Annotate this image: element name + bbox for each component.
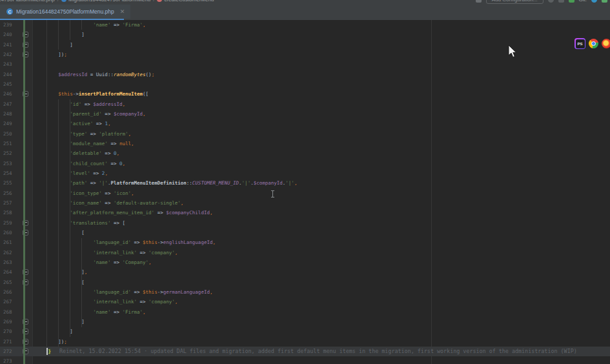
- chrome-icon[interactable]: [589, 39, 598, 48]
- code-line-260[interactable]: 260 [: [0, 228, 610, 238]
- line-number: 262: [0, 248, 19, 258]
- code-text: 'icon_type' => 'icon',: [32, 188, 134, 198]
- code-line-272[interactable]: 272 }Reinelt, 15.02.2022 15:54 · updated…: [0, 347, 610, 356]
- main-menu-icon[interactable]: [476, 0, 482, 3]
- code-line-269[interactable]: 269 ]: [0, 317, 610, 327]
- code-line-267[interactable]: 267 'internal_link' => 'company',: [0, 297, 610, 307]
- code-line-246[interactable]: 246 $this->insertPlatformMenuItem([: [0, 89, 610, 99]
- code-text: 'child_count' => 0,: [32, 159, 125, 168]
- debug-icon[interactable]: [558, 0, 564, 3]
- code-line-239[interactable]: 239 'name' => 'Firma',: [0, 20, 610, 30]
- breadcrumb-file[interactable]: Migration1644824750PlatformMenu.php: [0, 0, 55, 3]
- breadcrumb-separator: /: [57, 0, 59, 3]
- line-number: 272: [0, 347, 19, 356]
- add-configuration-button[interactable]: Add Configuration...: [486, 0, 544, 4]
- code-line-255[interactable]: 255 'path' => '|'.PlatformMenuItemDefini…: [0, 178, 610, 188]
- git-commit-icon[interactable]: [602, 0, 607, 3]
- code-line-248[interactable]: 248 'parent_id' => $companyId,: [0, 109, 610, 119]
- breadcrumb-separator: /: [153, 0, 154, 3]
- fold-icon[interactable]: [19, 230, 32, 236]
- code-text: 'type' => 'platform',: [32, 129, 131, 139]
- fold-icon[interactable]: [19, 52, 32, 57]
- line-number: 239: [0, 20, 19, 30]
- code-line-254[interactable]: 254 'level' => 2,: [0, 168, 610, 178]
- line-number: 261: [0, 238, 19, 247]
- code-line-266[interactable]: 266 'language_id' => $this->germanLangua…: [0, 287, 610, 297]
- fold-icon[interactable]: [19, 319, 32, 325]
- line-number: 248: [0, 109, 19, 119]
- line-number: 255: [0, 178, 19, 188]
- code-line-245[interactable]: 245: [0, 79, 610, 89]
- code-line-257[interactable]: 257 'icon_name' => 'default-avatar-singl…: [0, 198, 610, 208]
- fold-icon[interactable]: [19, 220, 32, 226]
- line-number: 246: [0, 89, 19, 99]
- code-line-243[interactable]: 243: [0, 59, 610, 69]
- phpstorm-icon[interactable]: PS: [574, 38, 585, 49]
- close-icon[interactable]: ✕: [120, 9, 125, 15]
- code-text: ]);: [32, 50, 67, 59]
- line-number: 245: [0, 79, 19, 89]
- fold-icon[interactable]: [19, 349, 32, 354]
- code-text: 'active' => 1,: [32, 119, 110, 128]
- fold-icon[interactable]: [19, 91, 32, 97]
- code-line-250[interactable]: 250 'type' => 'platform',: [0, 129, 610, 139]
- code-line-258[interactable]: 258 'after_platform_menu_item_id' => $co…: [0, 208, 610, 217]
- git-blame-annotation: Reinelt, 15.02.2022 15:54 · updated DAL …: [51, 348, 577, 354]
- line-number: 264: [0, 267, 19, 277]
- breadcrumb-file-label: Migration1644824750PlatformMenu.php: [0, 0, 55, 3]
- text-cursor-artifact: [270, 190, 275, 197]
- class-icon: [61, 0, 66, 2]
- code-line-253[interactable]: 253 'child_count' => 0,: [0, 159, 610, 168]
- code-editor[interactable]: 239 'name' => 'Firma',240 ]241 ]242 ]);2…: [0, 20, 610, 364]
- code-text: 'internal_link' => 'company',: [32, 297, 178, 307]
- code-text: 'name' => 'Firma',: [32, 307, 146, 317]
- git-branch-label[interactable]: Git:: [579, 0, 587, 3]
- code-line-252[interactable]: 252 'deletable' => 0,: [0, 148, 610, 158]
- code-line-251[interactable]: 251 'module_name' => null,: [0, 139, 610, 148]
- editor-tab-bar: C Migration1644824750PlatformMenu.php ✕: [0, 5, 610, 20]
- browser-icon-partial[interactable]: [602, 39, 610, 48]
- line-number: 256: [0, 188, 19, 198]
- fold-icon[interactable]: [19, 279, 32, 285]
- code-line-261[interactable]: 261 'language_id' => $this->englishLangu…: [0, 238, 610, 247]
- code-line-268[interactable]: 268 'name' => 'Firma',: [0, 307, 610, 317]
- code-line-249[interactable]: 249 'active' => 1,: [0, 119, 610, 128]
- code-line-242[interactable]: 242 ]);: [0, 50, 610, 59]
- code-line-244[interactable]: 244 $addressId = Uuid::randomBytes();: [0, 70, 610, 79]
- phpstorm-window: Migration1644824750PlatformMenu.php / Mi…: [0, 0, 610, 364]
- code-line-247[interactable]: 247 'id' => $addressId,: [0, 99, 610, 109]
- breadcrumb-method[interactable]: createCustomerMenu: [157, 0, 214, 3]
- git-update-icon[interactable]: [591, 0, 597, 3]
- code-line-263[interactable]: 263 'name' => 'Company',: [0, 258, 610, 267]
- fold-icon[interactable]: [19, 329, 32, 334]
- code-line-265[interactable]: 265 [: [0, 278, 610, 287]
- tab-migration-file[interactable]: C Migration1644824750PlatformMenu.php ✕: [0, 5, 130, 19]
- line-number: 271: [0, 337, 19, 347]
- code-line-270[interactable]: 270 ]: [0, 327, 610, 336]
- code-text: 'module_name' => null,: [32, 139, 134, 148]
- code-line-273[interactable]: 273: [0, 356, 610, 364]
- fold-icon[interactable]: [19, 32, 32, 37]
- code-text: 'path' => '|'.PlatformMenuItemDefinition…: [32, 178, 297, 188]
- code-text: $this->insertPlatformMenuItem([: [32, 89, 148, 99]
- code-line-262[interactable]: 262 'internal_link' => 'company',: [0, 248, 610, 258]
- code-line-241[interactable]: 241 ]: [0, 40, 610, 50]
- vcs-change-bar[interactable]: [23, 20, 25, 364]
- fold-icon[interactable]: [19, 269, 32, 275]
- fold-icon[interactable]: [19, 42, 32, 48]
- code-text: 'id' => $addressId,: [32, 99, 125, 109]
- run-icon[interactable]: [548, 0, 554, 3]
- coverage-icon[interactable]: [569, 0, 574, 3]
- code-text: 'language_id' => $this->englishLanguageI…: [32, 238, 216, 247]
- code-line-256[interactable]: 256 'icon_type' => 'icon',: [0, 188, 610, 198]
- line-number: 268: [0, 307, 19, 317]
- code-line-240[interactable]: 240 ]: [0, 30, 610, 39]
- code-line-271[interactable]: 271 ]);: [0, 337, 610, 347]
- code-line-259[interactable]: 259 'translations' => [: [0, 218, 610, 228]
- fold-icon[interactable]: [19, 339, 32, 345]
- code-line-264[interactable]: 264 ],: [0, 267, 610, 277]
- code-text: [: [32, 278, 85, 287]
- method-icon: [157, 0, 162, 2]
- breadcrumb-class[interactable]: Migration1644824750PlatformMenu: [61, 0, 150, 3]
- code-text: [: [32, 228, 85, 238]
